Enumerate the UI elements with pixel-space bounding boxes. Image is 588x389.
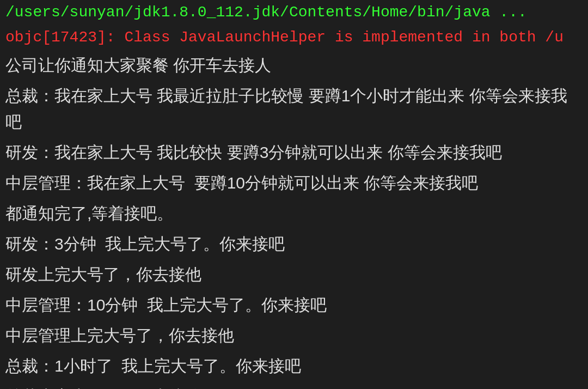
path-line: /users/sunyan/jdk1.8.0_112.jdk/Contents/… xyxy=(0,0,588,25)
story-line-1: 公司让你通知大家聚餐 你开车去接人 xyxy=(0,50,588,81)
story-line-3: 研发：我在家上大号 我比较快 要蹲3分钟就可以出来 你等会来接我吧 xyxy=(0,137,588,168)
story-line-8: 中层管理：10分钟 我上完大号了。你来接吧 xyxy=(0,290,588,320)
story-line-11: 总裁上完大号了，你去接他 xyxy=(0,381,588,389)
story-line-10: 总裁：1小时了 我上完大号了。你来接吧 xyxy=(0,351,588,381)
story-line-7: 研发上完大号了，你去接他 xyxy=(0,259,588,290)
story-line-5: 都通知完了,等着接吧。 xyxy=(0,198,588,229)
story-line-6: 研发：3分钟 我上完大号了。你来接吧 xyxy=(0,229,588,259)
story-line-2: 总裁：我在家上大号 我最近拉肚子比较慢 要蹲1个小时才能出来 你等会来接我吧 xyxy=(0,81,588,137)
story-line-9: 中层管理上完大号了，你去接他 xyxy=(0,320,588,351)
story-line-4: 中层管理：我在家上大号 要蹲10分钟就可以出来 你等会来接我吧 xyxy=(0,168,588,198)
error-line: objc[17423]: Class JavaLaunchHelper is i… xyxy=(0,25,588,50)
terminal-window: /users/sunyan/jdk1.8.0_112.jdk/Contents/… xyxy=(0,0,588,389)
